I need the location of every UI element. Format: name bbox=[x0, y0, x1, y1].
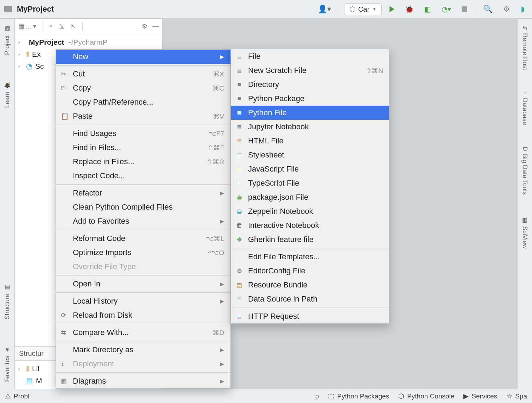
chevron-right-icon: › bbox=[18, 63, 23, 69]
menu-item-reload[interactable]: ⟳Reload from Disk bbox=[56, 308, 230, 322]
brand-icon[interactable]: ◗ bbox=[518, 3, 528, 15]
expand-all-icon[interactable]: ⇲ bbox=[59, 23, 64, 30]
debug-button[interactable]: 🐞 bbox=[402, 4, 417, 15]
menu-item-new[interactable]: New▶ bbox=[56, 50, 230, 64]
menu-item-open-in[interactable]: Open In▶ bbox=[56, 277, 230, 291]
rail-tab-favorites[interactable]: Favorites★ bbox=[4, 343, 11, 385]
menu-item-label: New Scratch File bbox=[248, 66, 306, 75]
rail-tab-project[interactable]: Project▦ bbox=[4, 22, 11, 58]
python-packages-tab[interactable]: ⬚Python Packages bbox=[328, 392, 389, 400]
separator bbox=[339, 4, 339, 14]
menu-item-paste[interactable]: 📋Paste⌘V bbox=[56, 109, 230, 123]
tree-root[interactable]: › MyProject ~/PycharmP bbox=[15, 36, 162, 48]
play-icon bbox=[390, 6, 394, 12]
new-item-html[interactable]: ≣HTML File bbox=[231, 134, 389, 148]
git-users-icon[interactable]: 👤▾ bbox=[315, 3, 334, 15]
unknown-tab[interactable]: p bbox=[315, 392, 319, 400]
rail-tab-sciview[interactable]: ▦SciView bbox=[521, 213, 528, 252]
menu-item-compare[interactable]: ⇆Compare With...⌘D bbox=[56, 326, 230, 340]
menu-item-label: Edit File Templates... bbox=[248, 252, 320, 261]
settings-button[interactable]: ⚙ bbox=[500, 3, 513, 15]
shortcut: ^⌥O bbox=[208, 249, 224, 257]
services-tab[interactable]: ▶Services bbox=[463, 392, 497, 400]
rail-tab-learn[interactable]: Learn🎓 bbox=[4, 78, 11, 111]
right-tool-rail: ⇵Remote Host ≡Database DBig Data Tools ▦… bbox=[517, 19, 532, 389]
new-submenu[interactable]: ≣File≣New Scratch File⇧⌘N■Directory■Pyth… bbox=[231, 49, 389, 324]
new-item-directory[interactable]: ■Directory bbox=[231, 78, 389, 92]
project-name[interactable]: MyProject bbox=[17, 5, 54, 14]
file-icon: ≣ bbox=[235, 53, 243, 60]
context-menu[interactable]: New▶✂Cut⌘X⧉Copy⌘CCopy Path/Reference...📋… bbox=[56, 49, 231, 389]
menu-item-reformat[interactable]: Reformat Code⌥⌘L bbox=[56, 231, 230, 246]
shortcut: ⌘D bbox=[213, 329, 224, 337]
chevron-right-icon: ▶ bbox=[220, 361, 224, 367]
profile-button[interactable]: ◔▾ bbox=[439, 4, 454, 15]
new-item-scratch[interactable]: ≣New Scratch File⇧⌘N bbox=[231, 63, 389, 78]
new-item-py-file[interactable]: ≣Python File bbox=[231, 106, 389, 120]
menu-item-find-files[interactable]: Find in Files...⇧⌘F bbox=[56, 141, 230, 155]
new-item-datasource[interactable]: ≡Data Source in Path bbox=[231, 292, 389, 306]
hide-icon[interactable]: — bbox=[152, 23, 159, 30]
run-button[interactable] bbox=[387, 5, 397, 14]
new-item-ts[interactable]: ≣TypeScript File bbox=[231, 176, 389, 190]
menu-item-label: Cut bbox=[73, 69, 85, 79]
new-item-interactive[interactable]: 🗑Interactive Notebook bbox=[231, 218, 389, 232]
new-item-zeppelin[interactable]: ◒Zeppelin Notebook bbox=[231, 204, 389, 218]
rail-tab-structure[interactable]: Structure▤ bbox=[4, 281, 11, 323]
resource-icon: ▤ bbox=[235, 281, 243, 289]
menu-item-label: package.json File bbox=[248, 193, 308, 202]
new-item-pkg-json[interactable]: ◉package.json File bbox=[231, 190, 389, 204]
menu-item-label: Copy Path/Reference... bbox=[73, 98, 153, 107]
search-icon: 🔍 bbox=[483, 5, 493, 14]
chevron-right-icon: › bbox=[18, 51, 23, 57]
menu-item-diagrams[interactable]: ▦Diagrams▶ bbox=[56, 374, 230, 388]
menu-item-mark-dir[interactable]: Mark Directory as▶ bbox=[56, 343, 230, 357]
new-item-templates[interactable]: Edit File Templates... bbox=[231, 250, 389, 264]
new-item-gherkin[interactable]: ❋Gherkin feature file bbox=[231, 232, 389, 247]
menu-item-copy[interactable]: ⧉Copy⌘C bbox=[56, 81, 230, 95]
menu-item-clean-pyc[interactable]: Clean Python Compiled Files bbox=[56, 200, 230, 214]
menu-item-inspect[interactable]: Inspect Code... bbox=[56, 169, 230, 183]
menu-item-refactor[interactable]: Refactor▶ bbox=[56, 186, 230, 200]
search-everywhere-button[interactable]: 🔍 bbox=[480, 3, 495, 15]
new-item-http[interactable]: ≣HTTP Request bbox=[231, 309, 389, 323]
rail-tab-database[interactable]: ≡Database bbox=[521, 88, 528, 129]
menu-item-optimize[interactable]: Optimize Imports^⌥O bbox=[56, 246, 230, 260]
menu-item-label: JavaScript File bbox=[248, 165, 299, 174]
menu-item-history[interactable]: Local History▶ bbox=[56, 294, 230, 308]
python-console-tab[interactable]: ⬡Python Console bbox=[398, 392, 454, 400]
locate-icon[interactable]: ⌖ bbox=[49, 23, 53, 30]
menu-item-label: Mark Directory as bbox=[73, 345, 133, 354]
menu-item-label: Compare With... bbox=[73, 328, 129, 337]
directory-icon: ■ bbox=[235, 81, 243, 88]
menu-item-replace[interactable]: Replace in Files...⇧⌘R bbox=[56, 155, 230, 169]
html-icon: ≣ bbox=[235, 137, 243, 145]
run-config-combo[interactable]: ⬡ Car ▼ bbox=[344, 3, 382, 15]
problems-tab[interactable]: ⚠Probl bbox=[5, 392, 29, 400]
rail-tab-big-data[interactable]: DBig Data Tools bbox=[521, 143, 528, 198]
project-view-selector[interactable]: ▦ ... ▾ bbox=[18, 23, 36, 30]
stop-icon bbox=[462, 6, 467, 12]
collapse-all-icon[interactable]: ⇱ bbox=[71, 23, 76, 30]
stop-button[interactable] bbox=[459, 5, 470, 13]
gear-icon[interactable]: ⚙ bbox=[142, 23, 147, 30]
menu-item-cut[interactable]: ✂Cut⌘X bbox=[56, 67, 230, 81]
new-item-js[interactable]: ≣JavaScript File bbox=[231, 162, 389, 176]
menu-item-copy-path[interactable]: Copy Path/Reference... bbox=[56, 95, 230, 109]
scratch-icon: ≣ bbox=[235, 67, 243, 74]
coverage-button[interactable]: ◧ bbox=[422, 4, 434, 15]
separator bbox=[475, 4, 475, 14]
new-item-py-package[interactable]: ■Python Package bbox=[231, 92, 389, 106]
new-item-css[interactable]: ≣Stylesheet bbox=[231, 148, 389, 162]
new-item-editorconfig[interactable]: ⚙EditorConfig File bbox=[231, 264, 389, 278]
spa-tab[interactable]: ☆Spa bbox=[506, 392, 527, 400]
new-item-jupyter[interactable]: ≣Jupyter Notebook bbox=[231, 120, 389, 134]
paste-icon: 📋 bbox=[61, 112, 69, 120]
menu-item-find-usages[interactable]: Find Usages⌥F7 bbox=[56, 126, 230, 141]
reload-icon: ⟳ bbox=[61, 311, 66, 319]
new-item-resource[interactable]: ▤Resource Bundle bbox=[231, 278, 389, 292]
new-item-file[interactable]: ≣File bbox=[231, 49, 389, 63]
rail-tab-remote-host[interactable]: ⇵Remote Host bbox=[521, 22, 528, 74]
menu-item-label: Open In bbox=[73, 279, 100, 289]
menu-item-fav[interactable]: Add to Favorites▶ bbox=[56, 214, 230, 228]
